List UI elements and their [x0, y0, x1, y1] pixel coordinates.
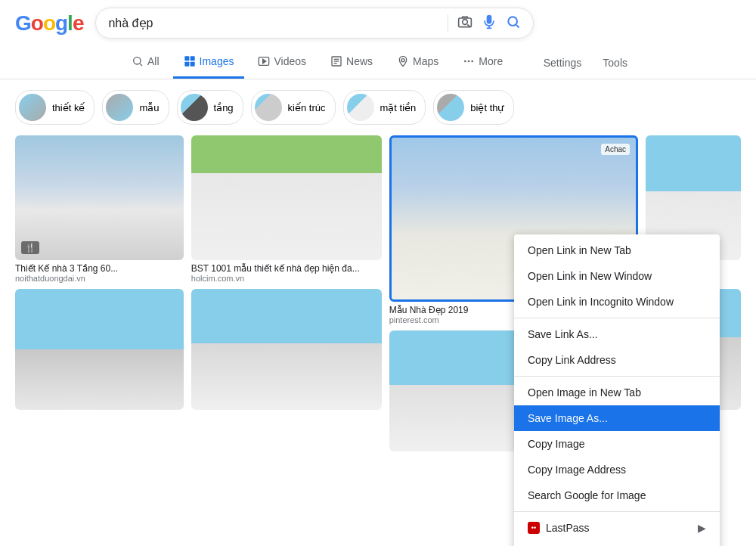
image-item-5[interactable]: [15, 289, 184, 410]
tools-link[interactable]: Tools: [595, 48, 635, 78]
chip-biet-thu[interactable]: biệt thự: [433, 90, 513, 125]
context-menu-item-save-image[interactable]: Save Image As...: [514, 405, 720, 431]
context-menu-item-copy-image[interactable]: Copy Image: [514, 431, 720, 457]
chip-image-5: [347, 94, 374, 121]
image-title-2: BST 1001 mẫu thiết kế nhà đẹp hiện đa...: [191, 263, 382, 274]
chip-mau[interactable]: mẫu: [102, 90, 169, 125]
svg-rect-8: [184, 56, 189, 60]
svg-rect-9: [190, 56, 194, 60]
header: Google: [0, 0, 756, 46]
context-menu-item-open-image[interactable]: Open Image in New Tab: [514, 380, 720, 405]
settings-link[interactable]: Settings: [536, 48, 590, 78]
context-menu-item-copy-link[interactable]: Copy Link Address: [514, 347, 720, 373]
svg-point-20: [468, 60, 470, 63]
search-bar: [95, 8, 534, 39]
chip-kien-truc[interactable]: kiến trúc: [251, 90, 336, 125]
filter-chips: thiết kế mẫu tầng kiến trúc mặt tiền biệ…: [0, 79, 756, 135]
context-menu: Open Link in New Tab Open Link in New Wi…: [514, 234, 720, 546]
svg-rect-10: [184, 62, 189, 67]
image-item-6[interactable]: [191, 289, 382, 410]
context-menu-item-open-incognito[interactable]: Open Link in Incognito Window: [514, 289, 720, 315]
svg-point-6: [134, 57, 141, 64]
svg-point-0: [463, 20, 468, 25]
tab-all[interactable]: All: [121, 46, 170, 79]
image-source-1: noithatduongdai.vn: [15, 274, 184, 283]
search-submit-button[interactable]: [506, 14, 521, 32]
image-item-1[interactable]: 🍴 Thiết Kế nhà 3 Tầng 60... noithatduong…: [15, 135, 184, 283]
svg-marker-13: [263, 59, 266, 63]
context-menu-item-open-new-tab[interactable]: Open Link in New Tab: [514, 237, 720, 263]
svg-point-4: [509, 17, 518, 26]
camera-search-button[interactable]: [457, 14, 472, 32]
chip-mat-tien[interactable]: mặt tiền: [343, 90, 426, 125]
svg-line-7: [140, 64, 142, 66]
google-logo[interactable]: Google: [15, 11, 83, 36]
context-menu-item-speeddial[interactable]: ⚡ Speed dial 2 ▶: [514, 541, 720, 546]
chip-tang[interactable]: tầng: [177, 90, 243, 125]
svg-rect-11: [190, 62, 194, 67]
lastpass-arrow-icon: ▶: [698, 522, 706, 534]
image-title-1: Thiết Kế nhà 3 Tầng 60...: [15, 263, 184, 274]
svg-point-18: [401, 59, 404, 62]
context-menu-item-copy-image-address[interactable]: Copy Image Address: [514, 457, 720, 482]
context-menu-item-lastpass[interactable]: •• LastPass ▶: [514, 515, 720, 541]
chip-image-4: [255, 94, 282, 121]
chip-image-1: [19, 94, 46, 121]
svg-line-5: [516, 25, 519, 28]
tab-more[interactable]: More: [452, 46, 513, 79]
image-item-2[interactable]: BST 1001 mẫu thiết kế nhà đẹp hiện đa...…: [191, 135, 382, 283]
tab-images[interactable]: Images: [173, 46, 245, 79]
chip-image-6: [437, 94, 464, 121]
tab-videos[interactable]: Videos: [247, 46, 317, 79]
image-source-2: holcim.com.vn: [191, 274, 382, 283]
context-menu-item-search-google[interactable]: Search Google for Image: [514, 482, 720, 508]
svg-point-19: [464, 60, 466, 63]
tab-maps[interactable]: Maps: [386, 46, 449, 79]
search-input[interactable]: [108, 17, 440, 30]
tab-news[interactable]: News: [320, 46, 383, 79]
svg-point-21: [472, 60, 474, 63]
chip-image-3: [181, 94, 208, 121]
voice-search-button[interactable]: [482, 14, 497, 32]
chip-image-2: [106, 94, 133, 121]
lastpass-icon: ••: [528, 522, 540, 534]
context-menu-item-save-link[interactable]: Save Link As...: [514, 321, 720, 347]
chip-thiet-ke[interactable]: thiết kế: [15, 90, 94, 125]
context-menu-item-open-new-window[interactable]: Open Link in New Window: [514, 263, 720, 289]
nav-tabs: All Images Videos News Maps More Setting…: [0, 46, 756, 79]
